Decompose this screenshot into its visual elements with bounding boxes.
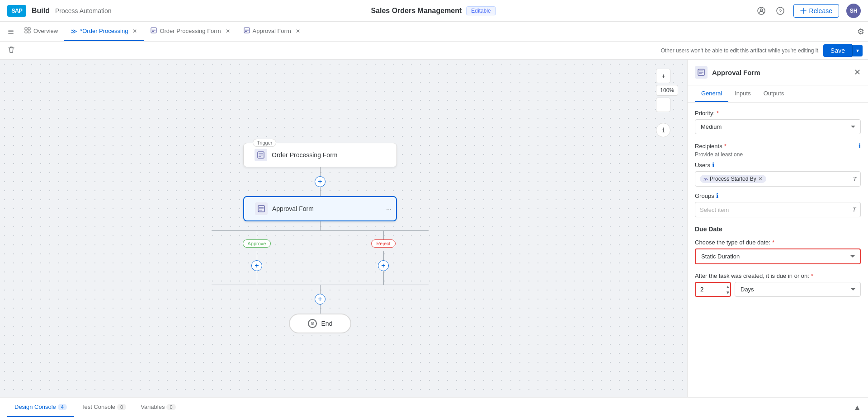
groups-label-text: Groups xyxy=(695,192,714,199)
tab-order-processing[interactable]: ≫ *Order Processing ✕ xyxy=(64,22,144,41)
approval-node-icon xyxy=(255,202,268,215)
tab-order-processing-form[interactable]: Order Processing Form ✕ xyxy=(144,22,237,41)
tabs-container: Overview ≫ *Order Processing ✕ Order Pro… xyxy=(4,22,307,41)
tab-approval-form[interactable]: Approval Form ✕ xyxy=(237,22,307,41)
groups-placeholder: Select item xyxy=(700,206,729,213)
add-approve-branch[interactable]: + xyxy=(251,260,262,271)
add-between-trigger-approval[interactable]: + xyxy=(315,176,326,187)
approve-branch-line-top xyxy=(257,230,257,239)
design-console-label: Design Console xyxy=(14,403,56,410)
merge-vertical-line xyxy=(320,285,321,294)
tab-order-processing-close[interactable]: ✕ xyxy=(132,27,138,35)
end-node[interactable]: ⊙ End xyxy=(289,314,352,333)
add-reject-branch[interactable]: + xyxy=(378,260,389,271)
design-console-count: 4 xyxy=(58,404,67,410)
svg-rect-7 xyxy=(25,28,27,30)
header-center: Sales Orders Management Editable xyxy=(371,6,495,15)
due-date-type-label: Choose the type of due date: * xyxy=(695,239,861,246)
tab-nav-home[interactable] xyxy=(4,22,18,41)
panel-tab-general[interactable]: General xyxy=(695,85,728,102)
panel-title: Approval Form xyxy=(695,66,760,79)
duration-label: After the task was created, it is due in… xyxy=(695,272,861,279)
save-btn-group: Save ▾ xyxy=(823,44,863,57)
duration-field: After the task was created, it is due in… xyxy=(695,272,861,297)
approval-node[interactable]: Approval Form ··· xyxy=(243,196,397,221)
bottom-tab-design-console[interactable]: Design Console 4 xyxy=(7,398,74,417)
svg-rect-8 xyxy=(28,28,30,30)
delete-button[interactable] xyxy=(5,44,17,57)
groups-field-header: Groups ℹ xyxy=(695,192,861,199)
branch-vertical-top xyxy=(320,221,321,230)
tab-overview-label: Overview xyxy=(33,28,58,34)
recipients-label: Recipients * xyxy=(695,143,726,150)
settings-button[interactable]: ⚙ xyxy=(857,27,864,37)
panel-close-button[interactable]: ✕ xyxy=(854,67,861,77)
panel-tabs: General Inputs Outputs xyxy=(688,85,868,103)
user-icon-btn[interactable] xyxy=(755,5,767,17)
release-button[interactable]: Release xyxy=(793,4,839,18)
approval-node-label: Approval Form xyxy=(272,205,314,212)
users-info-icon[interactable]: ℹ xyxy=(712,161,714,169)
approve-label: Approve xyxy=(243,239,271,248)
user-tag: ≫ Process Started By ✕ xyxy=(700,175,766,183)
canvas[interactable]: + 100% − ℹ Trigger Order Processing Form… xyxy=(0,60,687,397)
users-input[interactable]: ≫ Process Started By ✕ 𝑇 xyxy=(695,171,861,187)
approve-branch-line-bot xyxy=(257,271,257,285)
groups-info-icon[interactable]: ℹ xyxy=(716,192,718,199)
user-tag-close[interactable]: ✕ xyxy=(758,176,763,182)
duration-unit-select[interactable]: Days Hours Minutes xyxy=(735,282,861,297)
tab-order-form-close[interactable]: ✕ xyxy=(225,27,231,35)
svg-rect-4 xyxy=(8,30,14,31)
canvas-info-button[interactable]: ℹ xyxy=(656,123,670,137)
tab-overview[interactable]: Overview xyxy=(18,22,64,41)
panel-header: Approval Form ✕ xyxy=(688,60,868,85)
bottom-tab-variables[interactable]: Variables 0 xyxy=(133,398,183,417)
recipients-info-icon[interactable]: ℹ xyxy=(859,142,861,150)
connector-line-1 xyxy=(320,167,321,176)
zoom-in-button[interactable]: + xyxy=(656,69,670,83)
save-button[interactable]: Save xyxy=(823,44,852,57)
branch-top-connector xyxy=(203,221,438,230)
panel-tab-inputs[interactable]: Inputs xyxy=(728,85,757,102)
help-icon-btn[interactable]: ? xyxy=(774,5,786,17)
reject-branch: Reject + xyxy=(329,230,438,285)
zoom-out-button[interactable]: − xyxy=(656,98,670,112)
tab-approval-form-close[interactable]: ✕ xyxy=(295,27,301,35)
svg-rect-6 xyxy=(8,33,14,34)
add-after-merge[interactable]: + xyxy=(315,294,326,305)
tab-bar: Overview ≫ *Order Processing ✕ Order Pro… xyxy=(0,22,868,42)
approve-branch: Approve + xyxy=(203,230,311,285)
reject-label: Reject xyxy=(371,239,395,248)
branch-container: Approve + Reject + xyxy=(203,230,438,285)
groups-input[interactable]: Select item 𝑇 xyxy=(695,202,861,217)
header: SAP Build Process Automation Sales Order… xyxy=(0,0,868,22)
recipients-label-text: Recipients xyxy=(695,143,722,150)
test-console-label: Test Console xyxy=(81,403,115,410)
bottom-bar: Design Console 4 Test Console 0 Variable… xyxy=(0,397,868,417)
save-dropdown-button[interactable]: ▾ xyxy=(852,45,863,56)
project-title: Sales Orders Management xyxy=(371,7,462,15)
build-label: Build xyxy=(32,7,50,15)
approval-form-icon xyxy=(244,27,250,35)
priority-select[interactable]: Low Medium High Very High xyxy=(695,119,861,134)
recipients-section: Recipients * ℹ Provide at least one User… xyxy=(695,142,861,217)
spinner-down[interactable]: ▼ xyxy=(726,290,730,295)
bottom-tab-test-console[interactable]: Test Console 0 xyxy=(74,398,133,417)
bottom-panel-toggle[interactable]: ▲ xyxy=(854,403,861,412)
connector-line-3 xyxy=(320,305,321,314)
spinner-up[interactable]: ▲ xyxy=(726,284,730,289)
variables-count: 0 xyxy=(166,404,175,410)
node-menu-button[interactable]: ··· xyxy=(386,205,392,212)
toolbar: Other users won't be able to edit this a… xyxy=(0,42,868,60)
order-processing-icon: ≫ xyxy=(71,28,77,35)
due-date-type-select[interactable]: Static Duration Dynamic Duration Specifi… xyxy=(695,248,861,264)
end-node-label: End xyxy=(321,320,333,327)
toolbar-info-text: Other users won't be able to edit this a… xyxy=(661,47,820,54)
panel-tab-outputs[interactable]: Outputs xyxy=(757,85,791,102)
trigger-node[interactable]: Trigger Order Processing Form xyxy=(243,143,397,167)
svg-rect-5 xyxy=(8,31,14,32)
due-date-type-label-text: Choose the type of due date: xyxy=(695,239,770,246)
overview-icon xyxy=(24,27,31,35)
svg-point-1 xyxy=(760,9,762,11)
sap-logo-text: SAP xyxy=(11,7,22,14)
